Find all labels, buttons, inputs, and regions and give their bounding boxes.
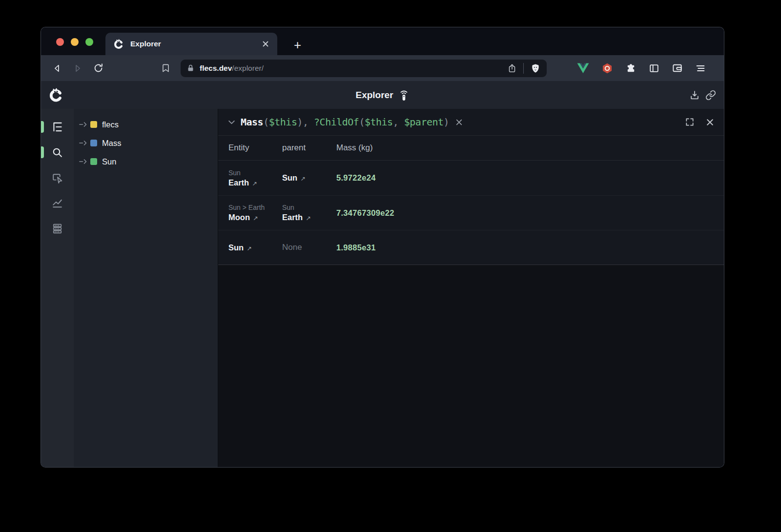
reload-button[interactable]: [90, 60, 106, 77]
wallet-icon[interactable]: [672, 62, 683, 74]
search-icon[interactable]: [51, 146, 64, 159]
sidebar-toggle-icon[interactable]: [649, 63, 659, 74]
tree-expand-arrow-icon[interactable]: [79, 122, 88, 127]
entity-cell: Sun↗: [218, 243, 282, 252]
table-row: SunEarth↗Sun↗5.9722e24: [218, 161, 724, 195]
mass-cell: 5.9722e24: [336, 173, 724, 183]
tree-item-mass[interactable]: Mass: [74, 134, 218, 152]
vue-devtools-extension-icon[interactable]: [577, 63, 589, 74]
mass-value: 7.34767309e22: [336, 208, 394, 217]
query-bar: Mass($this), ?ChildOf($this, $parent): [218, 109, 724, 136]
tree-item-sun[interactable]: Sun: [74, 152, 218, 171]
mass-value: 5.9722e24: [336, 173, 376, 182]
entity-link[interactable]: Sun↗: [228, 243, 282, 252]
browser-window: Explorer +: [41, 27, 724, 468]
chevron-down-icon[interactable]: [227, 118, 236, 126]
query-token-punct: ): [297, 116, 303, 128]
url-domain: flecs.dev: [200, 64, 232, 72]
tables-icon[interactable]: [51, 222, 64, 235]
tree-item-flecs[interactable]: flecs: [74, 115, 218, 134]
copy-link-icon[interactable]: [705, 90, 716, 101]
results-table-body: SunEarth↗Sun↗5.9722e24Sun > EarthMoon↗Su…: [218, 161, 724, 265]
table-row: Sun↗None1.9885e31: [218, 230, 724, 265]
mass-cell: 7.34767309e22: [336, 208, 724, 218]
parent-link[interactable]: Sun↗: [282, 173, 336, 183]
results-table-header: Entity parent Mass (kg): [218, 136, 724, 161]
query-results-panel: Mass($this), ?ChildOf($this, $parent) En…: [218, 109, 724, 467]
parent-value: None: [282, 243, 336, 252]
tab-title: Explorer: [130, 40, 262, 48]
tab-bar: Explorer +: [41, 27, 724, 55]
forward-button[interactable]: [69, 60, 86, 77]
query-token-punct: (: [359, 116, 365, 128]
fullscreen-icon[interactable]: [685, 117, 695, 127]
panel-icon-sidebar: [41, 109, 74, 467]
query-expression[interactable]: Mass($this), ?ChildOf($this, $parent): [241, 116, 449, 128]
entity-color-swatch: [90, 121, 97, 128]
download-icon[interactable]: [689, 90, 700, 101]
page-title: Explorer: [355, 90, 393, 101]
external-link-icon: ↗: [252, 180, 257, 187]
query-token-var: $this: [269, 116, 297, 128]
external-link-icon: ↗: [306, 215, 310, 222]
tree-view-icon[interactable]: [51, 121, 64, 133]
lock-icon: [186, 64, 195, 72]
close-query-panel-icon[interactable]: [705, 118, 715, 127]
active-panel-indicator-tree: [41, 121, 44, 133]
query-token-var: $this: [365, 116, 393, 128]
flecs-favicon-icon: [113, 39, 124, 49]
stats-chart-icon[interactable]: [51, 197, 64, 209]
back-button[interactable]: [49, 60, 65, 77]
parent-link[interactable]: Earth↗: [282, 213, 336, 222]
url-path: /explorer/: [232, 64, 264, 72]
tree-expand-arrow-icon[interactable]: [79, 140, 88, 146]
parent-cell: None: [282, 243, 336, 252]
entity-cell: Sun > EarthMoon↗: [218, 204, 282, 222]
mass-value: 1.9885e31: [336, 243, 376, 252]
entity-path: Sun > Earth: [228, 204, 282, 211]
entity-cell: SunEarth↗: [218, 169, 282, 187]
brave-shield-icon[interactable]: [530, 63, 541, 74]
external-link-icon: ↗: [247, 245, 251, 252]
query-clear-icon[interactable]: [455, 118, 463, 126]
query-token-punct: ,: [393, 116, 404, 128]
extensions-puzzle-icon[interactable]: [625, 62, 637, 74]
table-row: Sun > EarthMoon↗SunEarth↗7.34767309e22: [218, 195, 724, 230]
parent-cell: Sun↗: [282, 173, 336, 183]
column-header-entity: Entity: [218, 143, 282, 153]
window-minimize-button[interactable]: [71, 38, 79, 46]
tab-close-icon[interactable]: [262, 40, 269, 48]
entity-link[interactable]: Earth↗: [228, 178, 282, 187]
inspector-icon[interactable]: [51, 171, 64, 184]
column-header-mass: Mass (kg): [336, 143, 724, 153]
mass-cell: 1.9885e31: [336, 243, 724, 252]
new-tab-button[interactable]: +: [294, 39, 301, 51]
results-empty-area: [218, 265, 724, 467]
entity-link[interactable]: Moon↗: [228, 213, 282, 222]
address-bar[interactable]: flecs.dev/explorer/: [181, 60, 547, 77]
parent-path: Sun: [282, 204, 336, 211]
query-token-var: ?ChildOf: [314, 116, 359, 128]
query-token-punct: (: [263, 116, 269, 128]
query-token-punct: ,: [303, 116, 314, 128]
tree-item-label: Sun: [102, 157, 116, 166]
bookmark-icon[interactable]: [157, 60, 174, 77]
hexagon-extension-icon[interactable]: [601, 62, 613, 74]
remote-connection-icon[interactable]: [398, 89, 410, 102]
query-token-var: $parent: [404, 116, 444, 128]
query-token-punct: ): [444, 116, 450, 128]
url-text: flecs.dev/explorer/: [200, 64, 507, 73]
column-header-parent: parent: [282, 143, 336, 153]
address-bar-separator: [523, 63, 524, 74]
active-panel-indicator-search: [41, 146, 44, 158]
tree-expand-arrow-icon[interactable]: [79, 159, 88, 164]
browser-menu-icon[interactable]: [695, 63, 706, 74]
window-zoom-button[interactable]: [85, 38, 93, 46]
browser-toolbar: flecs.dev/explorer/: [41, 55, 724, 81]
query-token-name: Mass: [241, 116, 263, 128]
external-link-icon: ↗: [300, 175, 305, 182]
browser-tab-explorer[interactable]: Explorer: [105, 33, 277, 55]
window-close-button[interactable]: [56, 38, 64, 46]
share-icon[interactable]: [507, 63, 517, 73]
extension-icons: [577, 62, 683, 74]
